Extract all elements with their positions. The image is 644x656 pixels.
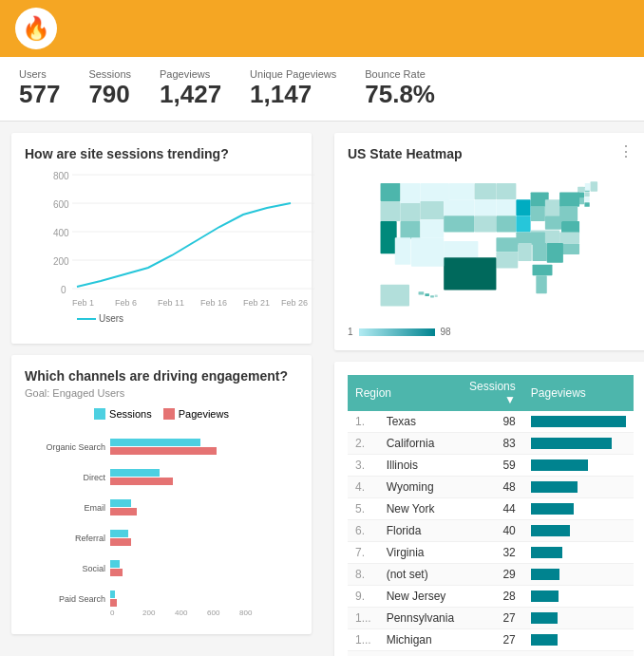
pageviews-bar-cell — [523, 411, 634, 433]
svg-rect-61 — [475, 183, 497, 199]
metric-item-1: Sessions 790 — [88, 68, 131, 109]
pageviews-bar-cell — [523, 455, 634, 477]
svg-rect-57 — [420, 201, 444, 219]
table-row: 1... Pennsylvania 27 — [348, 608, 634, 629]
svg-rect-49 — [590, 181, 597, 192]
svg-rect-48 — [584, 202, 589, 207]
svg-rect-92 — [536, 275, 546, 293]
metric-value-3: 1,147 — [250, 80, 336, 109]
svg-text:400: 400 — [175, 609, 188, 617]
svg-text:400: 400 — [53, 228, 69, 238]
table-row: 2. California 83 — [348, 433, 634, 455]
svg-rect-51 — [381, 183, 401, 201]
heatmap-min: 1 — [348, 327, 353, 337]
svg-rect-84 — [547, 243, 563, 263]
pageviews-bar — [531, 503, 574, 515]
sessions-cell: 27 — [462, 608, 523, 629]
svg-rect-83 — [518, 243, 531, 261]
svg-rect-74 — [559, 193, 579, 207]
sessions-legend-color — [94, 408, 105, 420]
svg-rect-88 — [444, 257, 496, 290]
heatmap-container: 1 98 — [348, 165, 634, 337]
svg-text:Organic Search: Organic Search — [46, 442, 105, 452]
metric-label-1: Sessions — [88, 68, 131, 80]
metric-item-2: Pageviews 1,427 — [160, 68, 221, 109]
svg-rect-55 — [400, 203, 420, 221]
svg-rect-52 — [381, 201, 401, 221]
svg-text:200: 200 — [142, 609, 156, 617]
rank-cell: 1. — [348, 411, 379, 433]
pageviews-header[interactable]: Pageviews — [523, 375, 634, 411]
sessions-header[interactable]: Sessions ▼ — [462, 375, 523, 411]
pageviews-bar — [531, 525, 570, 536]
rank-cell: 8. — [348, 564, 379, 586]
channels-subtitle: Goal: Engaged Users — [25, 387, 298, 399]
svg-text:Feb 21: Feb 21 — [243, 298, 270, 308]
rank-cell: 2. — [348, 433, 379, 455]
svg-rect-77 — [545, 216, 561, 229]
svg-rect-65 — [475, 216, 497, 232]
metric-label-3: Unique Pageviews — [250, 68, 336, 80]
svg-rect-42 — [578, 187, 584, 192]
svg-rect-97 — [435, 294, 438, 297]
pageviews-bar-cell — [523, 586, 634, 608]
sessions-cell: 32 — [462, 542, 523, 564]
left-column: How are site sessions trending? 800 600 … — [0, 122, 323, 656]
svg-text:Direct: Direct — [83, 473, 105, 482]
svg-rect-69 — [516, 199, 530, 216]
svg-rect-96 — [430, 295, 434, 297]
sessions-trend-card: How are site sessions trending? 800 600 … — [11, 133, 312, 344]
pageviews-bar — [531, 590, 559, 602]
svg-text:Referral: Referral — [75, 534, 105, 543]
svg-text:Feb 1: Feb 1 — [72, 298, 94, 308]
svg-rect-91 — [533, 265, 553, 275]
svg-rect-33 — [110, 569, 123, 576]
right-column: US State Heatmap ⋮ — [323, 122, 644, 656]
rank-cell: 5. — [348, 498, 379, 520]
rank-cell: 3. — [348, 455, 379, 477]
pageviews-bar-cell — [523, 542, 634, 564]
heatmap-scale: 1 98 — [348, 327, 634, 337]
line-chart: 800 600 400 200 0 Feb 1 Feb 6 Feb 11 Feb… — [25, 165, 319, 327]
bar-chart: Organic Search Direct Email Referral Soc… — [25, 427, 319, 617]
sessions-cell: 29 — [462, 564, 523, 586]
sessions-cell: 40 — [462, 520, 523, 542]
region-header[interactable]: Region — [348, 375, 462, 411]
region-table-card: Region Sessions ▼ Pageviews 1. Texas 98 … — [334, 362, 644, 656]
sessions-cell: 44 — [462, 498, 523, 520]
svg-rect-67 — [496, 199, 516, 216]
region-cell: Michigan — [379, 629, 462, 651]
region-table-body: 1. Texas 98 2. California 83 3. Illinois… — [348, 411, 634, 656]
sessions-cell: 59 — [462, 455, 523, 477]
region-cell: Texas — [379, 411, 462, 433]
metric-label-4: Bounce Rate — [365, 68, 435, 80]
sessions-cell: 83 — [462, 433, 523, 455]
svg-rect-62 — [444, 199, 474, 216]
header: 🔥 — [0, 0, 644, 57]
svg-text:Email: Email — [84, 503, 105, 513]
svg-text:Feb 6: Feb 6 — [115, 298, 137, 308]
svg-rect-90 — [395, 237, 411, 265]
region-cell: Virginia — [379, 542, 462, 564]
more-options-icon[interactable]: ⋮ — [618, 142, 634, 160]
svg-rect-82 — [533, 243, 547, 261]
sessions-legend-item: Sessions — [94, 408, 152, 420]
svg-rect-25 — [110, 447, 217, 455]
svg-rect-89 — [411, 237, 444, 266]
svg-rect-24 — [110, 439, 200, 446]
svg-rect-93 — [381, 285, 409, 307]
svg-rect-81 — [561, 244, 579, 254]
rank-cell: 7. — [348, 542, 379, 564]
pageviews-bar — [531, 547, 562, 558]
svg-rect-27 — [110, 478, 173, 485]
pageviews-bar-cell — [523, 477, 634, 498]
metric-item-3: Unique Pageviews 1,147 — [250, 68, 336, 109]
metric-label-0: Users — [19, 68, 60, 80]
svg-text:200: 200 — [53, 256, 69, 267]
sessions-cell: 23 — [462, 651, 523, 657]
sessions-legend-label: Sessions — [109, 408, 152, 420]
svg-rect-94 — [419, 291, 425, 294]
svg-rect-29 — [110, 508, 137, 515]
heatmap-title: US State Heatmap — [348, 146, 463, 161]
svg-rect-46 — [584, 197, 589, 202]
